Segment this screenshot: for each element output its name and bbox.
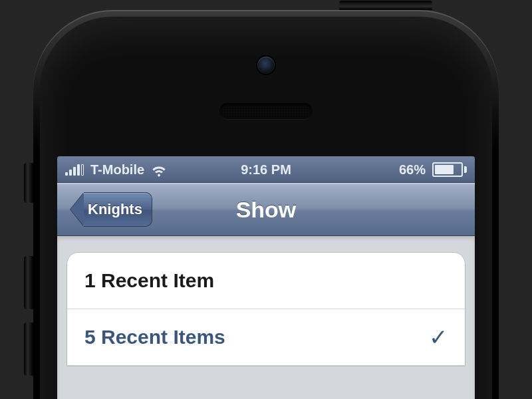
phone-volume-up xyxy=(24,256,33,309)
option-5-recent-items[interactable]: 5 Recent Items ✓ xyxy=(67,309,465,366)
wifi-icon xyxy=(151,162,167,178)
back-button[interactable]: Knights xyxy=(70,193,152,226)
status-bar: T-Mobile 9:16 PM 66% xyxy=(57,156,475,183)
front-camera-icon xyxy=(257,57,275,74)
nav-title: Show xyxy=(236,197,297,223)
back-button-label: Knights xyxy=(84,192,152,227)
carrier-label: T-Mobile xyxy=(90,162,144,178)
battery-percent: 66% xyxy=(399,162,426,178)
phone-power-button xyxy=(339,1,432,10)
phone-volume-down xyxy=(24,323,33,376)
signal-strength-icon xyxy=(65,164,84,176)
option-label: 1 Recent Item xyxy=(84,269,214,292)
checkmark-icon: ✓ xyxy=(429,324,448,350)
screen: T-Mobile 9:16 PM 66% Knights xyxy=(57,156,475,399)
earpiece-speaker-icon xyxy=(219,103,313,119)
phone-mute-switch xyxy=(24,163,33,203)
phone-frame: T-Mobile 9:16 PM 66% Knights xyxy=(33,10,499,399)
options-list: 1 Recent Item 5 Recent Items ✓ xyxy=(66,252,466,366)
content-area: 1 Recent Item 5 Recent Items ✓ xyxy=(57,236,475,399)
option-label: 5 Recent Items xyxy=(84,326,225,348)
option-1-recent-item[interactable]: 1 Recent Item xyxy=(67,253,465,309)
battery-icon xyxy=(432,162,467,177)
back-chevron-icon xyxy=(70,193,84,226)
nav-bar: Knights Show xyxy=(57,183,475,236)
phone-body: T-Mobile 9:16 PM 66% Knights xyxy=(40,17,492,399)
